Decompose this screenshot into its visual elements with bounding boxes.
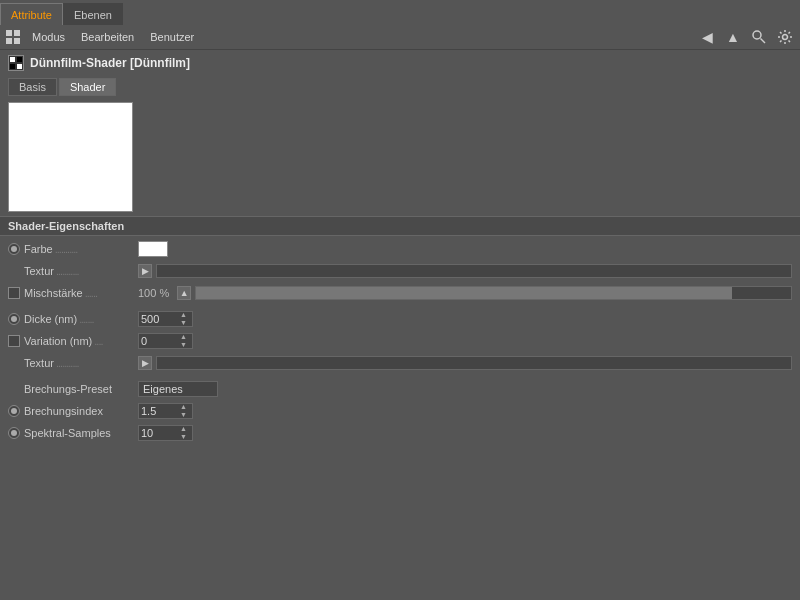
spektral-samples-value: 10: [141, 427, 153, 439]
variation-value: 0: [141, 335, 147, 347]
brechungsindex-spinner[interactable]: 1.5 ▲ ▼: [138, 403, 193, 419]
svg-rect-8: [17, 57, 22, 62]
toolbar-back-icon[interactable]: ◀: [696, 26, 718, 48]
tab-attribute[interactable]: Attribute: [0, 3, 63, 25]
prop-row-spektral-samples: Spektral-Samples 10 ▲ ▼: [0, 422, 800, 444]
mischstarke-slider[interactable]: [195, 286, 792, 300]
textur2-arrow[interactable]: ▶: [138, 356, 152, 370]
brechungsindex-spinner-arrows: ▲ ▼: [180, 403, 190, 419]
mischstarke-label: Mischstärke: [24, 287, 83, 299]
brechungsindex-control: 1.5 ▲ ▼: [138, 403, 792, 419]
farbe-color-swatch[interactable]: [138, 241, 168, 257]
textur1-label: Textur: [24, 265, 54, 277]
brechungs-preset-dropdown[interactable]: Eigenes: [138, 381, 218, 397]
dicke-dots: .......: [79, 313, 93, 325]
dicke-label-area: Dicke (nm) .......: [8, 313, 138, 325]
textur2-slider[interactable]: [156, 356, 792, 370]
brechungs-preset-label-area: Brechungs-Preset: [8, 383, 138, 395]
farbe-dots: ...........: [55, 243, 78, 255]
farbe-control: [138, 241, 792, 257]
farbe-label-area: Farbe ...........: [8, 243, 138, 255]
svg-rect-9: [10, 64, 15, 69]
dicke-radio[interactable]: [8, 313, 20, 325]
variation-checkbox[interactable]: [8, 335, 20, 347]
dicke-value: 500: [141, 313, 159, 325]
textur2-label-area: Textur ...........: [8, 357, 138, 369]
variation-label: Variation (nm): [24, 335, 92, 347]
mischstarke-value: 100 %: [138, 287, 169, 299]
mischstarke-arrow[interactable]: ▲: [177, 286, 191, 300]
brechungsindex-down-arrow[interactable]: ▼: [180, 411, 190, 419]
spektral-samples-down-arrow[interactable]: ▼: [180, 433, 190, 441]
svg-rect-2: [6, 38, 12, 44]
prop-row-dicke: Dicke (nm) ....... 500 ▲ ▼: [0, 308, 800, 330]
variation-down-arrow[interactable]: ▼: [180, 341, 190, 349]
spektral-samples-spinner-arrows: ▲ ▼: [180, 425, 190, 441]
brechungsindex-up-arrow[interactable]: ▲: [180, 403, 190, 411]
svg-rect-1: [14, 30, 20, 36]
spektral-samples-radio[interactable]: [8, 427, 20, 439]
variation-label-area: Variation (nm) ....: [8, 335, 138, 347]
brechungsindex-label: Brechungsindex: [24, 405, 103, 417]
preview-area: [0, 98, 800, 216]
mischstarke-checkbox[interactable]: [8, 287, 20, 299]
variation-spinner-arrows: ▲ ▼: [180, 333, 190, 349]
variation-up-arrow[interactable]: ▲: [180, 333, 190, 341]
spektral-samples-label: Spektral-Samples: [24, 427, 111, 439]
brechungs-preset-label: Brechungs-Preset: [24, 383, 112, 395]
textur1-arrow[interactable]: ▶: [138, 264, 152, 278]
shader-icon: [8, 55, 24, 71]
textur2-label: Textur: [24, 357, 54, 369]
dicke-label: Dicke (nm): [24, 313, 77, 325]
dicke-down-arrow[interactable]: ▼: [180, 319, 190, 327]
menu-bearbeiten[interactable]: Bearbeiten: [73, 28, 142, 46]
tab-attribute-label: Attribute: [11, 9, 52, 21]
variation-spinner[interactable]: 0 ▲ ▼: [138, 333, 193, 349]
prop-row-farbe: Farbe ...........: [0, 238, 800, 260]
spektral-samples-spinner[interactable]: 10 ▲ ▼: [138, 425, 193, 441]
brechungsindex-radio[interactable]: [8, 405, 20, 417]
mischstarke-dots: ......: [85, 287, 97, 299]
section-header: Shader-Eigenschaften: [0, 216, 800, 236]
toolbar-settings-icon[interactable]: [774, 26, 796, 48]
spektral-samples-up-arrow[interactable]: ▲: [180, 425, 190, 433]
textur1-dots: ...........: [56, 265, 79, 277]
menu-benutzer[interactable]: Benutzer: [142, 28, 202, 46]
prop-row-variation: Variation (nm) .... 0 ▲ ▼: [0, 330, 800, 352]
brechungsindex-label-area: Brechungsindex: [8, 405, 138, 417]
subtab-shader[interactable]: Shader: [59, 78, 116, 96]
dicke-up-arrow[interactable]: ▲: [180, 311, 190, 319]
prop-row-mischstarke: Mischstärke ...... 100 % ▲: [0, 282, 800, 304]
spektral-samples-control: 10 ▲ ▼: [138, 425, 792, 441]
menu-bar: Modus Bearbeiten Benutzer ◀ ▲: [0, 25, 800, 50]
shader-preview: [8, 102, 133, 212]
mischstarke-control: 100 % ▲: [138, 286, 792, 300]
toolbar-icons: ◀ ▲: [696, 26, 796, 48]
farbe-radio[interactable]: [8, 243, 20, 255]
svg-rect-7: [10, 57, 15, 62]
svg-line-5: [761, 39, 766, 44]
menu-modus[interactable]: Modus: [24, 28, 73, 46]
dicke-spinner[interactable]: 500 ▲ ▼: [138, 311, 193, 327]
svg-rect-10: [17, 64, 22, 69]
brechungsindex-value: 1.5: [141, 405, 156, 417]
toolbar-up-icon[interactable]: ▲: [722, 26, 744, 48]
brechungs-preset-value: Eigenes: [143, 383, 183, 395]
variation-dots: ....: [94, 335, 102, 347]
tab-ebenen[interactable]: Ebenen: [63, 3, 123, 25]
dicke-control: 500 ▲ ▼: [138, 311, 792, 327]
prop-row-brechungs-preset: Brechungs-Preset Eigenes: [0, 378, 800, 400]
subtab-basis[interactable]: Basis: [8, 78, 57, 96]
subtab-bar: Basis Shader: [0, 76, 800, 98]
prop-row-brechungsindex: Brechungsindex 1.5 ▲ ▼: [0, 400, 800, 422]
mischstarke-label-area: Mischstärke ......: [8, 287, 138, 299]
prop-row-textur1: Textur ........... ▶: [0, 260, 800, 282]
svg-point-4: [753, 31, 761, 39]
toolbar-search-icon[interactable]: [748, 26, 770, 48]
textur2-dots: ...........: [56, 357, 79, 369]
shader-title: Dünnfilm-Shader [Dünnfilm]: [30, 56, 190, 70]
svg-rect-0: [6, 30, 12, 36]
shader-title-row: Dünnfilm-Shader [Dünnfilm]: [0, 50, 800, 76]
textur1-slider[interactable]: [156, 264, 792, 278]
textur2-control: ▶: [138, 356, 792, 370]
